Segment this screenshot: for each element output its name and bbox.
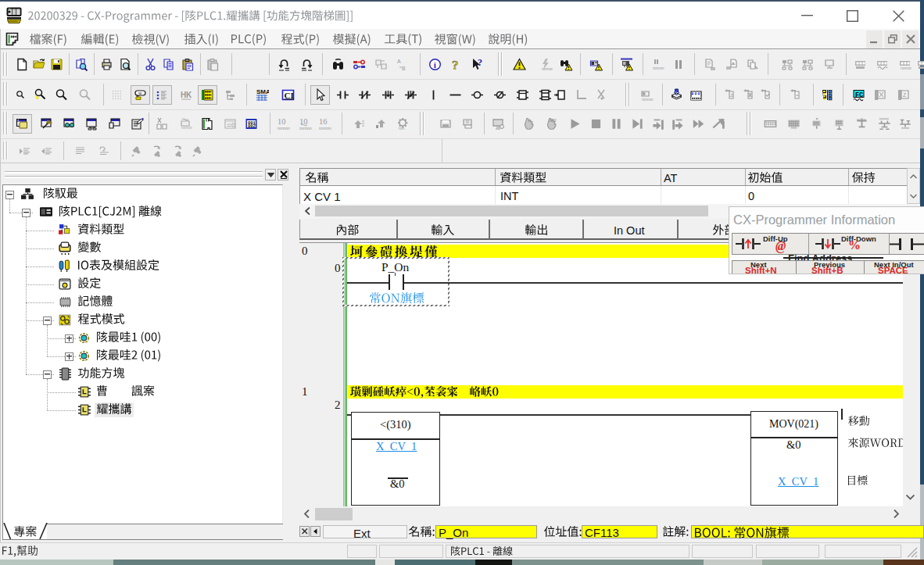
svg-text:Z: Z: [730, 93, 733, 98]
svg-text:SMA: SMA: [256, 88, 269, 95]
svg-text:ronron: ronron: [299, 126, 312, 131]
svg-text:FC: FC: [855, 91, 863, 98]
svg-text:16: 16: [319, 117, 328, 126]
svg-text:ronron: ronron: [181, 125, 192, 130]
svg-text:Z: Z: [903, 92, 907, 98]
svg-text:STR: STR: [548, 117, 556, 122]
svg-text:?: ?: [478, 58, 482, 68]
svg-text:K: K: [186, 91, 192, 99]
svg-text:ronron: ronron: [319, 126, 331, 131]
svg-text:ronron: ronron: [278, 126, 290, 131]
svg-text:ronron: ronron: [642, 97, 654, 102]
svg-text:ron: ron: [399, 126, 404, 131]
svg-text:ronron: ronron: [653, 66, 664, 70]
svg-text:?: ?: [452, 58, 459, 71]
svg-text:10: 10: [278, 117, 286, 126]
svg-text:i: i: [433, 60, 435, 70]
svg-text:ronron: ronron: [901, 66, 911, 70]
svg-text:B: B: [402, 66, 406, 71]
svg-text:CI: CI: [284, 90, 293, 99]
svg-text:w: w: [138, 91, 142, 95]
svg-text:ronron: ronron: [542, 66, 553, 71]
svg-text:A: A: [397, 59, 401, 64]
svg-text:002: 002: [248, 123, 256, 129]
